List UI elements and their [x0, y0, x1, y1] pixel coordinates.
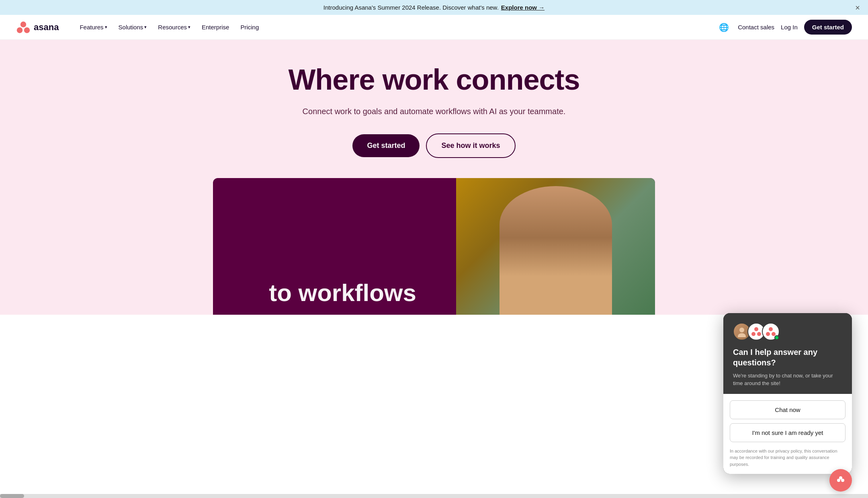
logo[interactable]: asana [16, 20, 59, 35]
hero-get-started-button[interactable]: Get started [352, 134, 420, 157]
logo-text: asana [34, 22, 59, 33]
asana-logo-icon [16, 20, 31, 35]
svg-point-0 [20, 21, 26, 27]
nav-solutions[interactable]: Solutions ▾ [114, 20, 152, 34]
hero-image-left: to workflows [213, 178, 456, 315]
chat-widget: Can I help answer any questions? We're s… [723, 313, 852, 315]
svg-point-1 [17, 27, 23, 33]
nav-pricing[interactable]: Pricing [235, 20, 264, 34]
banner-link[interactable]: Explore now → [501, 4, 545, 11]
contact-sales-button[interactable]: Contact sales [738, 24, 774, 31]
banner-text: Introducing Asana's Summer 2024 Release.… [323, 4, 499, 11]
hero-person-image [500, 186, 612, 315]
hero-image-right [456, 178, 655, 315]
hero-title: Where work connects [16, 64, 852, 96]
banner-close-button[interactable]: × [855, 4, 860, 12]
hero-subtitle: Connect work to goals and automate workf… [16, 105, 852, 117]
hero-workflows-text: to workflows [253, 279, 416, 315]
hero-image: to workflows [213, 178, 655, 315]
resources-chevron-icon: ▾ [188, 25, 190, 30]
navbar: asana Features ▾ Solutions ▾ Resources ▾… [0, 15, 868, 40]
hero-buttons: Get started See how it works [16, 133, 852, 158]
announcement-banner: Introducing Asana's Summer 2024 Release.… [0, 0, 868, 15]
nav-right: 🌐 Contact sales Log In Get started [717, 20, 852, 35]
login-button[interactable]: Log In [781, 24, 798, 31]
get-started-nav-button[interactable]: Get started [804, 20, 852, 35]
solutions-chevron-icon: ▾ [144, 25, 147, 30]
language-selector-button[interactable]: 🌐 [717, 20, 731, 35]
features-chevron-icon: ▾ [105, 25, 107, 30]
svg-point-2 [24, 27, 30, 33]
nav-resources[interactable]: Resources ▾ [153, 20, 195, 34]
nav-features[interactable]: Features ▾ [75, 20, 112, 34]
nav-links: Features ▾ Solutions ▾ Resources ▾ Enter… [75, 20, 704, 34]
chat-header: Can I help answer any questions? We're s… [723, 313, 852, 315]
nav-enterprise[interactable]: Enterprise [197, 20, 234, 34]
hero-see-how-button[interactable]: See how it works [426, 133, 515, 158]
hero-section: Where work connects Connect work to goal… [0, 40, 868, 315]
globe-icon: 🌐 [719, 23, 729, 32]
